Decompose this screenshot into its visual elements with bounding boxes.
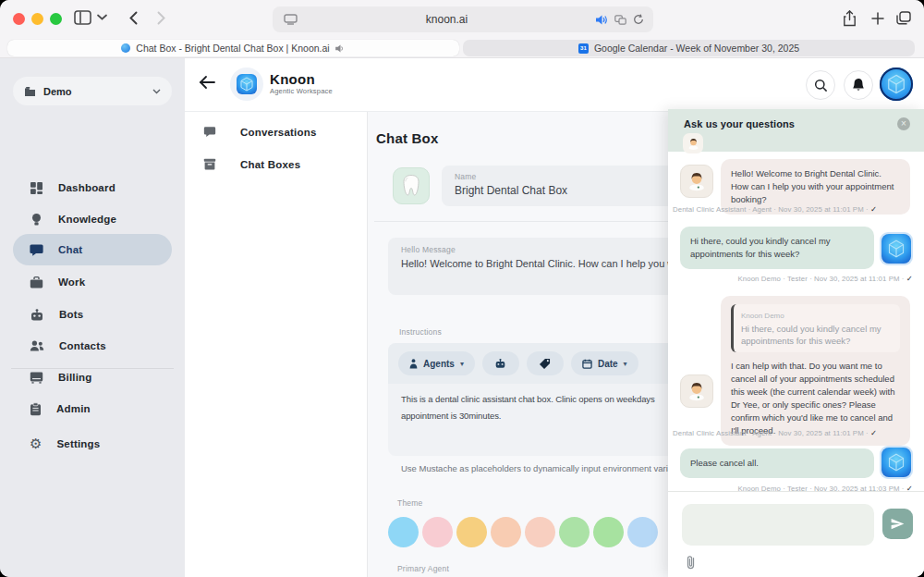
reload-icon[interactable] [633, 14, 644, 25]
sidebar-item-bots[interactable]: Bots [13, 299, 172, 330]
theme-swatch-lightblue[interactable] [627, 517, 658, 547]
agent-person-icon [409, 359, 418, 369]
tab-audio-icon[interactable] [335, 44, 346, 53]
theme-swatch-salmon[interactable] [525, 517, 555, 547]
close-window-button[interactable] [13, 13, 25, 25]
message-meta: Dental Clinic Assistant · Agent · Nov 30… [673, 204, 877, 214]
sidebar-item-knowledge[interactable]: Knowledge [13, 203, 172, 235]
user-avatar[interactable] [880, 68, 913, 101]
billing-icon [30, 371, 43, 384]
audio-playing-icon[interactable] [596, 15, 608, 25]
theme-swatch-green1[interactable] [559, 517, 590, 547]
tab-chat-box[interactable]: Chat Box - Bright Dental Chat Box | Knoo… [7, 40, 459, 56]
notifications-button[interactable] [844, 70, 873, 100]
tab-google-calendar[interactable]: 31 Google Calendar - Week of November 30… [463, 40, 915, 56]
chatbox-emoji[interactable] [393, 167, 430, 204]
tab-bar: Chat Box - Bright Dental Chat Box | Knoo… [0, 39, 924, 58]
instructions-line1: This is a dental clinic assistant chat b… [401, 394, 655, 404]
send-button[interactable] [882, 509, 913, 539]
check-icon: ✓ [870, 428, 877, 437]
sidebar-item-contacts[interactable]: Contacts [13, 330, 172, 362]
theme-swatch-green2[interactable] [593, 517, 624, 547]
tag-tool-button[interactable] [527, 351, 564, 375]
theme-swatch-blue[interactable] [388, 517, 419, 547]
url-text[interactable]: knoon.ai [298, 13, 596, 26]
tab-overview-icon[interactable] [896, 11, 911, 25]
check-icon: ✓ [870, 204, 877, 214]
user-cube-avatar [880, 232, 913, 265]
chat-widget-header: Ask us your questions × [668, 109, 924, 152]
browser-toolbar: knoon.ai [0, 0, 924, 39]
check-icon: ✓ [906, 274, 913, 283]
workspace-selector[interactable]: Demo [13, 77, 172, 105]
workspace-label: Demo [43, 86, 145, 97]
date-dropdown[interactable]: Date ▾ [571, 351, 638, 375]
clipboard-icon [30, 402, 42, 416]
page-format-icon[interactable] [284, 14, 298, 25]
quoted-reply: Knoon Demo Hi there, could you kindly ca… [731, 304, 900, 352]
doctor-avatar-icon [687, 137, 700, 151]
brand-tagline: Agentic Workspace [270, 87, 333, 95]
sidebar-item-dashboard[interactable]: Dashboard [13, 172, 172, 203]
user-cube-avatar [880, 446, 913, 479]
people-icon [30, 339, 44, 352]
new-tab-icon[interactable] [871, 12, 884, 25]
robot-icon [30, 308, 44, 322]
attach-button[interactable] [687, 555, 695, 570]
google-calendar-favicon: 31 [578, 43, 589, 54]
sidebar-item-chat[interactable]: Chat [13, 234, 172, 265]
back-arrow-icon[interactable] [198, 74, 216, 91]
sidebar-item-settings[interactable]: ⚙ Settings [13, 428, 172, 460]
sidebar-toggle-icon[interactable] [74, 10, 91, 25]
forward-button[interactable] [157, 11, 165, 25]
primary-sidebar: Demo Dashboard Knowledge Chat Work Bots … [0, 58, 185, 577]
translate-icon[interactable] [614, 15, 626, 25]
theme-swatch-peach[interactable] [491, 517, 521, 547]
message-meta: Dental Clinic Assistant · Agent · Nov 30… [673, 428, 877, 437]
chat-widget-title: Ask us your questions [684, 118, 795, 129]
subnav-item-chat-boxes[interactable]: Chat Boxes [203, 158, 300, 170]
sidebar-item-billing[interactable]: Billing [13, 362, 172, 393]
gear-icon: ⚙ [30, 437, 42, 451]
dashboard-icon [30, 181, 43, 195]
tab-title: Google Calendar - Week of November 30, 2… [594, 43, 799, 54]
subnav-item-conversations[interactable]: Conversations [203, 126, 316, 138]
doctor-avatar-icon [686, 170, 708, 192]
send-icon [891, 518, 905, 530]
sidebar-item-work[interactable]: Work [13, 266, 172, 298]
theme-swatch-yellow[interactable] [456, 517, 487, 547]
chat-box-icon [203, 158, 216, 170]
instructions-label: Instructions [399, 327, 442, 337]
message-text: I can help with that. Do you want me to … [731, 360, 900, 437]
tag-icon [539, 358, 551, 369]
sidebar-item-admin[interactable]: Admin [13, 393, 172, 424]
agent-avatar [680, 374, 713, 408]
chevron-down-icon [152, 89, 161, 94]
share-icon[interactable] [843, 10, 857, 27]
app-header: Knoon Agentic Workspace [185, 58, 924, 112]
bots-tool-button[interactable] [482, 351, 519, 375]
theme-swatch-pink[interactable] [422, 517, 453, 547]
minimize-window-button[interactable] [31, 13, 43, 25]
bell-icon [852, 78, 865, 92]
chat-icon [30, 243, 43, 257]
primary-agent-label: Primary Agent [397, 564, 449, 573]
zoom-window-button[interactable] [50, 13, 62, 25]
chat-message: Hi there, could you kindly cancel my app… [680, 227, 874, 269]
brand-block: Knoon Agentic Workspace [270, 71, 333, 95]
tooth-icon [400, 174, 422, 198]
close-icon[interactable]: × [897, 117, 910, 130]
address-bar[interactable]: knoon.ai [273, 6, 653, 32]
sidebar-chevron-icon[interactable] [97, 14, 107, 20]
robot-tool-icon [494, 358, 506, 369]
message-input[interactable] [682, 504, 874, 546]
agents-dropdown[interactable]: Agents ▾ [398, 351, 475, 375]
tab-title: Chat Box - Bright Dental Chat Box | Knoo… [136, 43, 329, 54]
mustache-hint: Use Mustache as placeholders to dynamica… [401, 463, 689, 473]
conversation-icon [203, 126, 216, 138]
theme-swatches [388, 517, 658, 547]
quote-text: Hi there, could you kindly cancel my app… [741, 323, 893, 347]
search-button[interactable] [806, 70, 835, 100]
briefcase-icon [30, 276, 43, 289]
back-button[interactable] [129, 11, 138, 25]
